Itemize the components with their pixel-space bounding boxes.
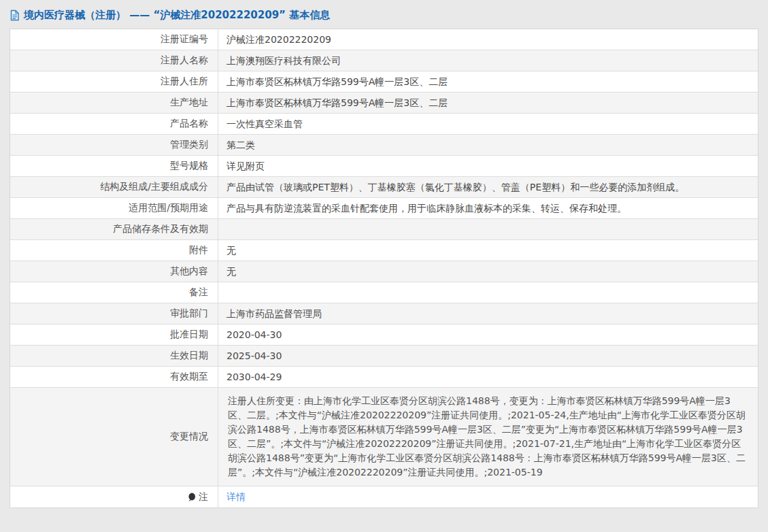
row-value: 第二类 (218, 135, 758, 155)
row-label: 注册人住所 (10, 71, 218, 92)
registration-info-table: 注册证编号 沪械注准20202220209 注册人名称 上海澳翔医疗科技有限公司… (10, 29, 758, 508)
note-label: 注 (199, 491, 208, 503)
table-row-expiry-date: 有效期至 2030-04-29 (10, 367, 758, 388)
row-label: 产品名称 (10, 114, 218, 134)
row-label: 附件 (10, 240, 218, 261)
row-value (218, 282, 758, 303)
table-row-approval-date: 批准日期 2020-04-30 (10, 325, 758, 346)
row-value: 产品与具有防逆流装置的采血针配套使用，用于临床静脉血液标本的采集、转运、保存和处… (218, 198, 758, 218)
row-value: 无 (218, 240, 758, 261)
row-label: 生效日期 (10, 346, 218, 366)
row-label: 生产地址 (10, 93, 218, 113)
table-row-storage-conditions: 产品储存条件及有效期 (10, 219, 758, 240)
row-label: 结构及组成/主要组成成分 (10, 177, 218, 197)
table-row-attachments: 附件 无 (10, 240, 758, 261)
row-value: 2020-04-30 (218, 325, 758, 345)
table-row-model-spec: 型号规格 详见附页 (10, 156, 758, 177)
row-label: 审批部门 (10, 303, 218, 324)
table-row-approval-department: 审批部门 上海市药品监督管理局 (10, 303, 758, 325)
row-label: 变更情况 (10, 388, 218, 486)
table-row-remarks: 备注 (10, 282, 758, 303)
row-value (218, 219, 758, 239)
row-label: 注 (10, 486, 218, 508)
table-row-reg-cert-number: 注册证编号 沪械注准20202220209 (10, 29, 758, 50)
table-row-intended-use: 适用范围/预期用途 产品与具有防逆流装置的采血针配套使用，用于临床静脉血液标本的… (10, 198, 758, 219)
row-value: 上海市奉贤区柘林镇万华路599号A幢一层3区、二层 (218, 71, 758, 92)
row-value: 上海市药品监督管理局 (218, 303, 758, 324)
row-value: 上海市奉贤区柘林镇万华路599号A幢一层3区、二层 (218, 93, 758, 113)
row-label: 备注 (10, 282, 218, 303)
row-label: 适用范围/预期用途 (10, 198, 218, 218)
table-row-other-content: 其他内容 无 (10, 261, 758, 282)
row-label: 批准日期 (10, 325, 218, 345)
table-row-note: 注 详情 (10, 486, 758, 508)
row-value: 2025-04-30 (218, 346, 758, 366)
row-value: 2030-04-29 (218, 367, 758, 387)
table-row-product-name: 产品名称 一次性真空采血管 (10, 114, 758, 135)
row-value: 详见附页 (218, 156, 758, 176)
table-row-management-class: 管理类别 第二类 (10, 135, 758, 156)
table-row-composition: 结构及组成/主要组成成分 产品由试管（玻璃或PET塑料）、丁基橡胶塞（氯化丁基橡… (10, 177, 758, 198)
row-value: 详情 (218, 486, 758, 508)
table-row-registrant-address: 注册人住所 上海市奉贤区柘林镇万华路599号A幢一层3区、二层 (10, 71, 758, 93)
row-value: 一次性真空采血管 (218, 114, 758, 134)
table-row-registrant-name: 注册人名称 上海澳翔医疗科技有限公司 (10, 50, 758, 71)
row-value: 沪械注准20202220209 (218, 29, 758, 50)
row-label: 其他内容 (10, 261, 218, 282)
page-header: 境内医疗器械（注册） —— “沪械注准20202220209” 基本信息 (0, 0, 768, 29)
row-label: 有效期至 (10, 367, 218, 387)
table-row-change-history: 变更情况 注册人住所变更：由上海市化学工业区奉贤分区胡滨公路1488号，变更为：… (10, 388, 758, 486)
row-label: 注册人名称 (10, 50, 218, 71)
page-title: 境内医疗器械（注册） —— “沪械注准20202220209” 基本信息 (24, 9, 330, 22)
row-label: 管理类别 (10, 135, 218, 155)
row-label: 产品储存条件及有效期 (10, 219, 218, 239)
row-label: 注册证编号 (10, 29, 218, 50)
row-value: 上海澳翔医疗科技有限公司 (218, 50, 758, 71)
detail-link[interactable]: 详情 (227, 490, 246, 503)
document-icon (10, 10, 20, 21)
table-row-effective-date: 生效日期 2025-04-30 (10, 346, 758, 367)
row-value: 无 (218, 261, 758, 282)
row-value: 产品由试管（玻璃或PET塑料）、丁基橡胶塞（氯化丁基橡胶）、管盖（PE塑料）和一… (218, 177, 758, 197)
table-row-production-address: 生产地址 上海市奉贤区柘林镇万华路599号A幢一层3区、二层 (10, 93, 758, 114)
row-label: 型号规格 (10, 156, 218, 176)
hint-balloon-icon (188, 493, 196, 502)
row-value: 注册人住所变更：由上海市化学工业区奉贤分区胡滨公路1488号，变更为：上海市奉贤… (218, 388, 758, 486)
